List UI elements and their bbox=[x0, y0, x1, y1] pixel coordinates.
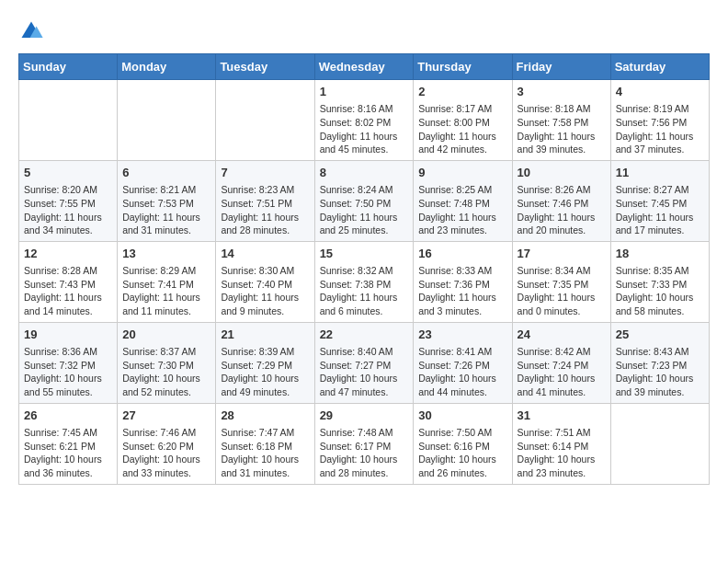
day-info: Sunrise: 8:39 AM Sunset: 7:29 PM Dayligh… bbox=[221, 345, 309, 399]
day-number: 20 bbox=[122, 327, 210, 343]
day-info: Sunrise: 7:51 AM Sunset: 6:14 PM Dayligh… bbox=[518, 426, 606, 480]
calendar-day-cell: 21Sunrise: 8:39 AM Sunset: 7:29 PM Dayli… bbox=[216, 322, 314, 403]
day-info: Sunrise: 7:47 AM Sunset: 6:18 PM Dayligh… bbox=[221, 426, 309, 480]
day-number: 29 bbox=[320, 408, 409, 424]
weekday-header: Saturday bbox=[610, 54, 709, 80]
calendar-day-cell: 8Sunrise: 8:24 AM Sunset: 7:50 PM Daylig… bbox=[314, 160, 414, 241]
day-number: 19 bbox=[24, 327, 112, 343]
calendar-day-cell: 1Sunrise: 8:16 AM Sunset: 8:02 PM Daylig… bbox=[314, 80, 414, 161]
calendar-day-cell: 19Sunrise: 8:36 AM Sunset: 7:32 PM Dayli… bbox=[19, 322, 118, 403]
day-info: Sunrise: 8:26 AM Sunset: 7:46 PM Dayligh… bbox=[518, 183, 606, 237]
day-info: Sunrise: 7:48 AM Sunset: 6:17 PM Dayligh… bbox=[320, 426, 409, 480]
day-number: 14 bbox=[221, 246, 309, 262]
day-number: 30 bbox=[418, 408, 506, 424]
page-header bbox=[18, 18, 710, 44]
day-number: 15 bbox=[320, 246, 409, 262]
calendar-day-cell: 22Sunrise: 8:40 AM Sunset: 7:27 PM Dayli… bbox=[314, 322, 414, 403]
weekday-header: Wednesday bbox=[314, 54, 414, 80]
calendar-day-cell: 11Sunrise: 8:27 AM Sunset: 7:45 PM Dayli… bbox=[610, 160, 709, 241]
calendar-day-cell: 7Sunrise: 8:23 AM Sunset: 7:51 PM Daylig… bbox=[216, 160, 314, 241]
calendar-day-cell: 15Sunrise: 8:32 AM Sunset: 7:38 PM Dayli… bbox=[314, 241, 414, 322]
day-number: 9 bbox=[418, 165, 506, 181]
day-info: Sunrise: 8:16 AM Sunset: 8:02 PM Dayligh… bbox=[320, 102, 409, 156]
calendar-day-cell: 3Sunrise: 8:18 AM Sunset: 7:58 PM Daylig… bbox=[512, 80, 610, 161]
calendar-day-cell: 27Sunrise: 7:46 AM Sunset: 6:20 PM Dayli… bbox=[118, 403, 216, 484]
calendar-day-cell: 10Sunrise: 8:26 AM Sunset: 7:46 PM Dayli… bbox=[512, 160, 610, 241]
day-number: 24 bbox=[518, 327, 606, 343]
day-info: Sunrise: 8:21 AM Sunset: 7:53 PM Dayligh… bbox=[122, 183, 210, 237]
day-number: 26 bbox=[24, 408, 112, 424]
day-info: Sunrise: 8:34 AM Sunset: 7:35 PM Dayligh… bbox=[518, 264, 606, 318]
day-info: Sunrise: 8:35 AM Sunset: 7:33 PM Dayligh… bbox=[616, 264, 704, 318]
day-number: 28 bbox=[221, 408, 309, 424]
day-info: Sunrise: 7:50 AM Sunset: 6:16 PM Dayligh… bbox=[418, 426, 506, 480]
calendar-day-cell: 26Sunrise: 7:45 AM Sunset: 6:21 PM Dayli… bbox=[19, 403, 118, 484]
calendar-day-cell bbox=[610, 403, 709, 484]
day-info: Sunrise: 8:36 AM Sunset: 7:32 PM Dayligh… bbox=[24, 345, 112, 399]
day-info: Sunrise: 8:40 AM Sunset: 7:27 PM Dayligh… bbox=[320, 345, 409, 399]
weekday-header-row: SundayMondayTuesdayWednesdayThursdayFrid… bbox=[19, 54, 710, 80]
day-info: Sunrise: 8:20 AM Sunset: 7:55 PM Dayligh… bbox=[24, 183, 112, 237]
day-number: 13 bbox=[122, 246, 210, 262]
calendar-day-cell: 24Sunrise: 8:42 AM Sunset: 7:24 PM Dayli… bbox=[512, 322, 610, 403]
day-number: 25 bbox=[616, 327, 704, 343]
day-number: 3 bbox=[518, 84, 606, 100]
day-info: Sunrise: 7:45 AM Sunset: 6:21 PM Dayligh… bbox=[24, 426, 112, 480]
calendar-day-cell: 6Sunrise: 8:21 AM Sunset: 7:53 PM Daylig… bbox=[118, 160, 216, 241]
calendar-day-cell: 16Sunrise: 8:33 AM Sunset: 7:36 PM Dayli… bbox=[414, 241, 512, 322]
calendar-week-row: 5Sunrise: 8:20 AM Sunset: 7:55 PM Daylig… bbox=[19, 160, 710, 241]
day-number: 11 bbox=[616, 165, 704, 181]
day-info: Sunrise: 8:42 AM Sunset: 7:24 PM Dayligh… bbox=[518, 345, 606, 399]
calendar-day-cell: 31Sunrise: 7:51 AM Sunset: 6:14 PM Dayli… bbox=[512, 403, 610, 484]
day-info: Sunrise: 8:27 AM Sunset: 7:45 PM Dayligh… bbox=[616, 183, 704, 237]
calendar-day-cell bbox=[19, 80, 118, 161]
day-info: Sunrise: 8:18 AM Sunset: 7:58 PM Dayligh… bbox=[518, 102, 606, 156]
calendar-day-cell: 25Sunrise: 8:43 AM Sunset: 7:23 PM Dayli… bbox=[610, 322, 709, 403]
day-info: Sunrise: 8:24 AM Sunset: 7:50 PM Dayligh… bbox=[320, 183, 409, 237]
calendar-week-row: 1Sunrise: 8:16 AM Sunset: 8:02 PM Daylig… bbox=[19, 80, 710, 161]
calendar-week-row: 19Sunrise: 8:36 AM Sunset: 7:32 PM Dayli… bbox=[19, 322, 710, 403]
day-info: Sunrise: 8:29 AM Sunset: 7:41 PM Dayligh… bbox=[122, 264, 210, 318]
calendar-day-cell: 13Sunrise: 8:29 AM Sunset: 7:41 PM Dayli… bbox=[118, 241, 216, 322]
day-info: Sunrise: 8:33 AM Sunset: 7:36 PM Dayligh… bbox=[418, 264, 506, 318]
day-number: 12 bbox=[24, 246, 112, 262]
day-info: Sunrise: 8:19 AM Sunset: 7:56 PM Dayligh… bbox=[616, 102, 704, 156]
day-info: Sunrise: 8:30 AM Sunset: 7:40 PM Dayligh… bbox=[221, 264, 309, 318]
calendar-day-cell bbox=[118, 80, 216, 161]
calendar-day-cell: 28Sunrise: 7:47 AM Sunset: 6:18 PM Dayli… bbox=[216, 403, 314, 484]
logo-icon bbox=[18, 18, 44, 44]
day-info: Sunrise: 8:37 AM Sunset: 7:30 PM Dayligh… bbox=[122, 345, 210, 399]
day-number: 8 bbox=[320, 165, 409, 181]
day-number: 4 bbox=[616, 84, 704, 100]
calendar-day-cell: 17Sunrise: 8:34 AM Sunset: 7:35 PM Dayli… bbox=[512, 241, 610, 322]
day-number: 1 bbox=[320, 84, 409, 100]
calendar-day-cell: 23Sunrise: 8:41 AM Sunset: 7:26 PM Dayli… bbox=[414, 322, 512, 403]
calendar-week-row: 12Sunrise: 8:28 AM Sunset: 7:43 PM Dayli… bbox=[19, 241, 710, 322]
day-info: Sunrise: 8:43 AM Sunset: 7:23 PM Dayligh… bbox=[616, 345, 704, 399]
day-number: 17 bbox=[518, 246, 606, 262]
calendar-table: SundayMondayTuesdayWednesdayThursdayFrid… bbox=[18, 53, 710, 485]
weekday-header: Thursday bbox=[414, 54, 512, 80]
day-info: Sunrise: 8:23 AM Sunset: 7:51 PM Dayligh… bbox=[221, 183, 309, 237]
weekday-header: Sunday bbox=[19, 54, 118, 80]
day-number: 23 bbox=[418, 327, 506, 343]
day-number: 21 bbox=[221, 327, 309, 343]
day-info: Sunrise: 8:32 AM Sunset: 7:38 PM Dayligh… bbox=[320, 264, 409, 318]
day-info: Sunrise: 8:17 AM Sunset: 8:00 PM Dayligh… bbox=[418, 102, 506, 156]
calendar-day-cell: 5Sunrise: 8:20 AM Sunset: 7:55 PM Daylig… bbox=[19, 160, 118, 241]
day-info: Sunrise: 8:28 AM Sunset: 7:43 PM Dayligh… bbox=[24, 264, 112, 318]
day-number: 7 bbox=[221, 165, 309, 181]
day-number: 16 bbox=[418, 246, 506, 262]
day-number: 22 bbox=[320, 327, 409, 343]
calendar-day-cell: 4Sunrise: 8:19 AM Sunset: 7:56 PM Daylig… bbox=[610, 80, 709, 161]
day-number: 10 bbox=[518, 165, 606, 181]
day-number: 5 bbox=[24, 165, 112, 181]
weekday-header: Friday bbox=[512, 54, 610, 80]
day-number: 6 bbox=[122, 165, 210, 181]
day-info: Sunrise: 7:46 AM Sunset: 6:20 PM Dayligh… bbox=[122, 426, 210, 480]
day-number: 2 bbox=[418, 84, 506, 100]
day-info: Sunrise: 8:25 AM Sunset: 7:48 PM Dayligh… bbox=[418, 183, 506, 237]
day-info: Sunrise: 8:41 AM Sunset: 7:26 PM Dayligh… bbox=[418, 345, 506, 399]
weekday-header: Monday bbox=[118, 54, 216, 80]
day-number: 31 bbox=[518, 408, 606, 424]
